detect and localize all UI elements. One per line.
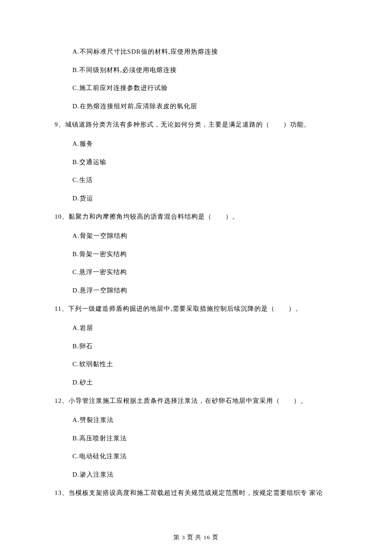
q12-option-d: D.渗入注浆法 <box>55 470 349 480</box>
q11-option-b: B.卵石 <box>55 341 349 351</box>
q9-option-d: D.货运 <box>55 194 349 203</box>
q9-option-c: C.生活 <box>55 175 349 185</box>
prev-option-c: C.施工前应对连接参数进行试验 <box>55 83 349 93</box>
question-11: 11、下列一级建造师盾构掘进的地层中,需要采取措施控制后续沉降的是（ ）。 <box>55 304 349 314</box>
q11-option-d: D.砂土 <box>55 378 349 387</box>
q11-option-a: A.岩层 <box>55 323 349 333</box>
page-footer: 第 3 页 共 16 页 <box>0 534 392 541</box>
question-13: 13、当模板支架搭设高度和施工荷载超过有关规范或规定范围时，按规定需要组织专 家… <box>55 488 349 498</box>
prev-option-b: B.不同级别材料,必须使用电熔连接 <box>55 65 349 75</box>
q11-option-c: C.软弱黏性土 <box>55 359 349 369</box>
prev-option-a: A.不同标准尺寸比SDR值的材料,应使用热熔连接 <box>55 47 349 57</box>
q9-option-a: A.服务 <box>55 139 349 149</box>
q10-option-c: C.悬浮一密实结构 <box>55 267 349 277</box>
q10-option-d: D.悬浮一空隙结构 <box>55 286 349 295</box>
q10-option-a: A.骨架一空隙结构 <box>55 231 349 241</box>
q9-option-b: B.交通运输 <box>55 157 349 167</box>
question-12: 12、小导管注浆施工应根据土质条件选择注浆法，在砂卵石地层中宜采用（ ）。 <box>55 396 349 406</box>
q12-option-a: A.劈裂注浆法 <box>55 415 349 425</box>
question-9: 9、城镇道路分类方法有多种形式，无论如何分类，主要是满足道路的（ ）功能。 <box>55 119 349 130</box>
question-10: 10、黏聚力和内摩擦角均较高的沥青混合料结构是（ ）。 <box>55 211 349 222</box>
q12-option-c: C.电动硅化注浆法 <box>55 451 349 461</box>
q12-option-b: B.高压喷射注浆法 <box>55 434 349 443</box>
q10-option-b: B.骨架一密实结构 <box>55 249 349 259</box>
prev-option-d: D.在热熔连接组对前,应清除表皮的氧化层 <box>55 101 349 111</box>
